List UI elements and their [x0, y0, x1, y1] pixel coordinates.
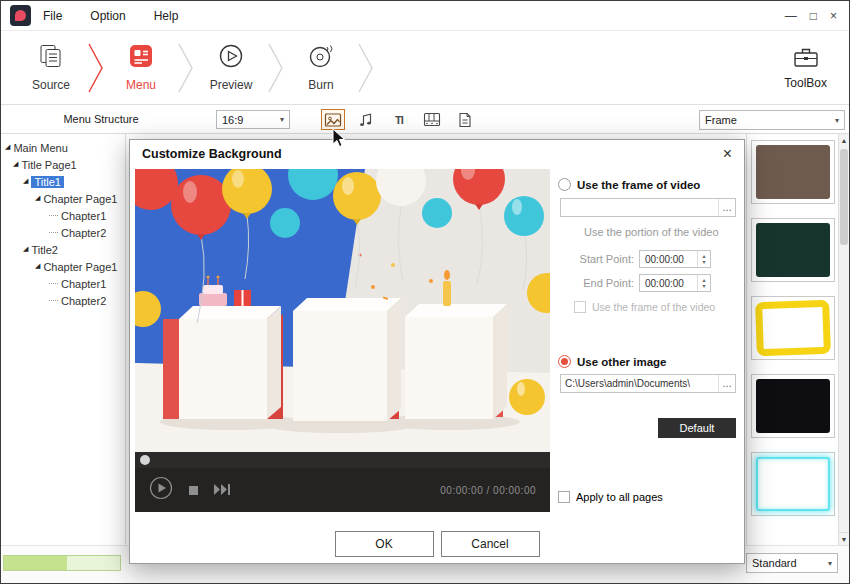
portion-label: Use the portion of the video: [584, 226, 736, 238]
background-image-tool-button[interactable]: [321, 109, 345, 130]
tree-item-title2[interactable]: ◢Title2: [1, 241, 125, 258]
skip-button[interactable]: [214, 481, 231, 499]
input-value: C:\Users\admin\Documents\: [565, 378, 690, 389]
editor-toolbar: Menu Structure 16:9 ▾ TI Frame ▾: [1, 105, 849, 134]
dialog-close-icon[interactable]: ×: [723, 146, 732, 162]
scroll-up-icon[interactable]: ▲: [839, 134, 849, 147]
tree-item-chapter1-2[interactable]: Chapter1: [1, 275, 125, 292]
tree-item-main-menu[interactable]: ◢Main Menu: [1, 139, 125, 156]
menu-file[interactable]: File: [43, 9, 62, 23]
tree-expand-icon[interactable]: ◢: [13, 160, 18, 168]
burn-icon: [307, 43, 335, 73]
radio-checked-icon[interactable]: [558, 355, 571, 368]
tree-item-label: Title Page1: [21, 159, 76, 171]
stop-button[interactable]: [189, 486, 198, 495]
tree-item-chapter2[interactable]: Chapter2: [1, 224, 125, 241]
end-point-row: End Point: 00:00:00 ▴▾: [558, 274, 736, 292]
text-tool-button[interactable]: TI: [387, 109, 411, 130]
dialog-footer: OK Cancel: [130, 531, 744, 557]
frame-thumbnail-yellow[interactable]: [751, 296, 835, 360]
tree-expand-icon[interactable]: ◢: [5, 143, 10, 151]
seek-handle[interactable]: [140, 455, 150, 465]
wizard-steps: Source Menu Preview Burn: [1, 31, 375, 104]
frame-template-tool-button[interactable]: [420, 109, 444, 130]
toolbox-icon: [793, 46, 819, 72]
close-icon[interactable]: ×: [830, 9, 837, 23]
default-button[interactable]: Default: [658, 418, 736, 438]
tree-expand-icon[interactable]: ◢: [35, 262, 40, 270]
use-other-image-radio[interactable]: Use other image: [558, 355, 736, 368]
spinner[interactable]: ▴▾: [697, 251, 710, 267]
ok-button[interactable]: OK: [335, 531, 434, 557]
use-frame-of-video-radio[interactable]: Use the frame of video: [558, 178, 736, 191]
frame-thumbnail-black[interactable]: [751, 374, 835, 438]
tree-item-chapter2-2[interactable]: Chapter2: [1, 292, 125, 309]
tree-item-label: Chapter2: [61, 227, 106, 239]
use-frame-checkbox-row[interactable]: Use the frame of the video: [574, 301, 736, 313]
quality-dropdown[interactable]: Standard ▾: [746, 553, 838, 573]
image-path-input[interactable]: C:\Users\admin\Documents\ …: [560, 374, 736, 393]
disc-capacity-bar: [3, 555, 121, 571]
start-point-input[interactable]: 00:00:00 ▴▾: [639, 250, 711, 268]
frame-thumbnail-cyan-glow[interactable]: [751, 452, 835, 516]
maximize-icon[interactable]: □: [810, 9, 817, 23]
step-burn[interactable]: Burn: [285, 43, 357, 92]
music-tool-button[interactable]: [354, 109, 378, 130]
spin-down-icon[interactable]: ▾: [698, 283, 710, 289]
aspect-ratio-dropdown[interactable]: 16:9 ▾: [216, 110, 290, 129]
end-point-input[interactable]: 00:00:00 ▴▾: [639, 274, 711, 292]
mouse-cursor: [332, 128, 346, 148]
step-preview[interactable]: Preview: [195, 43, 267, 92]
disc-capacity-fill: [4, 556, 67, 570]
frame-thumbnail-brown[interactable]: [751, 140, 835, 204]
frame-path-input[interactable]: …: [560, 198, 736, 217]
tree-item-label: Chapter Page1: [43, 261, 117, 273]
frame-category-dropdown[interactable]: Frame ▾: [699, 110, 845, 130]
play-button[interactable]: [149, 476, 173, 504]
tree-item-chapter1[interactable]: Chapter1: [1, 207, 125, 224]
tree-item-label: Chapter1: [61, 278, 106, 290]
menu-structure-tree: ◢Main Menu ◢Title Page1 ◢Title1 ◢Chapter…: [1, 134, 126, 545]
menu-structure-label: Menu Structure: [31, 105, 171, 134]
tree-expand-icon[interactable]: ◢: [35, 194, 40, 202]
preview-icon: [218, 43, 244, 73]
seek-bar[interactable]: [135, 452, 550, 468]
apply-all-row[interactable]: Apply to all pages: [558, 491, 736, 503]
window-controls: — □ ×: [785, 1, 837, 31]
menu-option[interactable]: Option: [90, 9, 125, 23]
frames-scrollbar[interactable]: ▲ ▼: [838, 134, 849, 545]
tree-item-label: Title2: [31, 244, 58, 256]
checkbox-icon[interactable]: [574, 301, 586, 313]
spin-down-icon[interactable]: ▾: [698, 259, 710, 265]
frame-preview: [755, 300, 831, 357]
time-display: 00:00:00 / 00:00:00: [440, 485, 536, 496]
browse-button[interactable]: …: [718, 199, 735, 216]
step-menu[interactable]: Menu: [105, 43, 177, 92]
tree-item-title1-selected[interactable]: ◢Title1: [1, 173, 125, 190]
start-point-value: 00:00:00: [645, 254, 684, 265]
tree-item-title-page1[interactable]: ◢Title Page1: [1, 156, 125, 173]
browse-button[interactable]: …: [718, 375, 735, 392]
video-frame-image: [135, 169, 550, 452]
titlebar: File Option Help — □ ×: [1, 1, 849, 31]
scroll-down-icon[interactable]: ▼: [839, 532, 849, 545]
cancel-button[interactable]: Cancel: [441, 531, 540, 557]
menu-bar: File Option Help: [43, 9, 178, 23]
toolbox-button[interactable]: ToolBox: [784, 31, 827, 105]
tree-item-chapter-page1[interactable]: ◢Chapter Page1: [1, 190, 125, 207]
tree-expand-icon[interactable]: ◢: [23, 245, 28, 253]
tree-expand-icon[interactable]: ◢: [23, 177, 28, 185]
step-separator: [357, 38, 375, 98]
step-source[interactable]: Source: [15, 43, 87, 92]
radio-unchecked-icon[interactable]: [558, 178, 571, 191]
menu-help[interactable]: Help: [154, 9, 179, 23]
radio-label: Use other image: [577, 356, 666, 368]
checkbox-icon[interactable]: [558, 491, 570, 503]
frame-preview: [756, 457, 830, 511]
scrollbar-thumb[interactable]: [840, 149, 848, 245]
minimize-icon[interactable]: —: [785, 9, 797, 23]
spinner[interactable]: ▴▾: [697, 275, 710, 291]
tree-item-chapter-page1-2[interactable]: ◢Chapter Page1: [1, 258, 125, 275]
thumbnail-template-tool-button[interactable]: [453, 109, 477, 130]
frame-thumbnail-teal[interactable]: [751, 218, 835, 282]
